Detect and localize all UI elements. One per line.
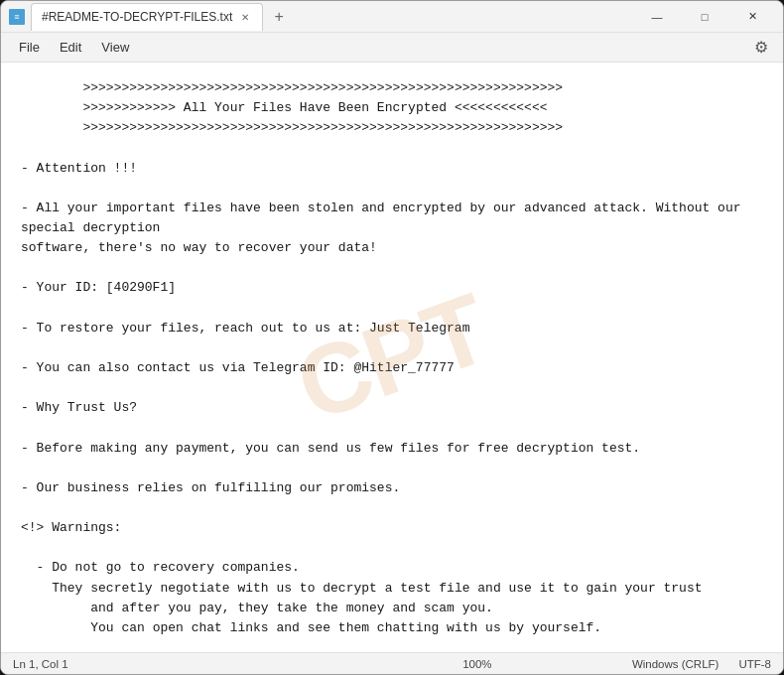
title-bar: ≡ #README-TO-DECRYPT-FILES.txt ✕ + — □ ✕ — [1, 1, 783, 33]
menu-file[interactable]: File — [9, 36, 50, 59]
menu-view[interactable]: View — [91, 36, 139, 59]
encoding[interactable]: UTF-8 — [738, 658, 771, 670]
status-bar: Ln 1, Col 1 100% Windows (CRLF) UTF-8 — [1, 652, 783, 674]
cursor-position: Ln 1, Col 1 — [13, 658, 323, 670]
menu-edit[interactable]: Edit — [50, 36, 91, 59]
minimize-button[interactable]: — — [634, 1, 680, 33]
zoom-level: 100% — [323, 658, 632, 670]
text-content-area[interactable]: CPT >>>>>>>>>>>>>>>>>>>>>>>>>>>>>>>>>>>>… — [1, 63, 783, 652]
line-ending[interactable]: Windows (CRLF) — [632, 658, 719, 670]
tab-label: #README-TO-DECRYPT-FILES.txt — [42, 10, 232, 24]
active-tab[interactable]: #README-TO-DECRYPT-FILES.txt ✕ — [31, 3, 263, 31]
window-controls: — □ ✕ — [634, 1, 775, 33]
app-icon: ≡ — [9, 9, 25, 25]
close-button[interactable]: ✕ — [729, 1, 775, 33]
menu-bar: File Edit View ⚙ — [1, 33, 783, 63]
file-text: >>>>>>>>>>>>>>>>>>>>>>>>>>>>>>>>>>>>>>>>… — [21, 78, 763, 652]
maximize-button[interactable]: □ — [682, 1, 727, 33]
new-tab-button[interactable]: + — [267, 5, 291, 29]
main-window: ≡ #README-TO-DECRYPT-FILES.txt ✕ + — □ ✕… — [0, 0, 784, 675]
tab-area: ≡ #README-TO-DECRYPT-FILES.txt ✕ + — [9, 3, 634, 31]
settings-icon[interactable]: ⚙ — [747, 34, 775, 62]
status-right-group: Windows (CRLF) UTF-8 — [632, 658, 771, 670]
tab-close-button[interactable]: ✕ — [238, 10, 252, 24]
